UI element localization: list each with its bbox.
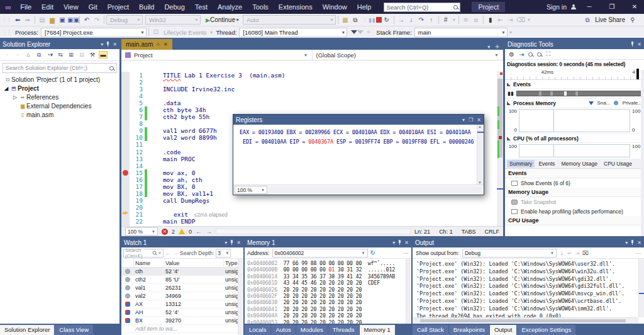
watch-header[interactable]: Watch 1 ▾ ✕ <box>121 237 243 247</box>
preview-selected-items-icon[interactable]: ▬ <box>99 51 108 59</box>
show-next-statement-icon[interactable]: → <box>396 14 406 26</box>
overflow-grip[interactable]: ⋮ <box>360 17 369 23</box>
show-events-link[interactable]: Show Events (6 of 6) <box>505 178 644 188</box>
glyph-margin[interactable] <box>121 218 130 225</box>
output-horizontal-scrollbar[interactable] <box>413 317 638 324</box>
collapse-triangle-icon-3[interactable] <box>507 137 511 140</box>
diag-pin-icon[interactable] <box>631 42 633 47</box>
memory-menu-icon[interactable]: ▾ <box>392 240 395 246</box>
memory-row[interactable]: 0x0040604A 20 20 20 20 20 20 20 20 20 <box>247 312 411 319</box>
close-panel-icon[interactable]: ✕ <box>113 42 117 47</box>
memory-header[interactable]: Memory 1 ▾ ✕ <box>245 237 411 247</box>
tab-breakpoints[interactable]: Breakpoints <box>449 325 489 335</box>
tab-autos[interactable]: Autos <box>271 325 295 335</box>
registers-vertical-scrollbar[interactable] <box>477 125 484 185</box>
address-combo[interactable]: 0x00406002▼ <box>272 249 368 258</box>
tab-solution-explorer[interactable]: Solution Explorer <box>0 325 54 335</box>
error-count[interactable]: 2 <box>172 229 175 235</box>
navigate-forward-icon[interactable]: ➡ <box>23 14 33 26</box>
code-line-4[interactable]: 4 <box>121 93 497 99</box>
prev-bookmark-icon[interactable]: ⇤ <box>496 14 506 26</box>
memory-row[interactable]: 0x00406053 20 20 20 20 20 20 20 20 20 <box>247 319 411 324</box>
wrench-icon[interactable]: ⚒ <box>88 52 97 58</box>
code-line-3[interactable]: 3 INCLUDE Irvine32.inc <box>121 86 497 93</box>
error-count-icon[interactable]: ✕ <box>162 229 168 235</box>
forward-icon[interactable]: ◦ <box>13 52 22 58</box>
watch-name[interactable]: cth <box>134 268 164 275</box>
diagnostics-timeline[interactable]: 42ms 4 <box>505 69 644 80</box>
timeline-cursor[interactable] <box>636 69 639 79</box>
show-threads-icon[interactable]: ≋ <box>461 14 471 26</box>
diag-close-icon[interactable]: ✕ <box>637 42 641 47</box>
tab-exception-settings[interactable]: Exception Settings <box>517 325 575 335</box>
glyph-margin[interactable] <box>121 176 130 183</box>
watch-name[interactable]: val1 <box>134 285 164 291</box>
save-icon[interactable]: ▣ <box>57 14 67 26</box>
diag-tab-cpu-usage[interactable]: CPU Usage <box>601 160 635 168</box>
tab-output[interactable]: Output <box>490 325 517 335</box>
memory-close-icon[interactable]: ✕ <box>404 240 409 246</box>
tab-main-asm[interactable]: main.asm ⊹ ✕ <box>121 39 172 50</box>
glyph-margin[interactable] <box>121 141 130 148</box>
output-overflow-icon[interactable]: ⋯ <box>636 250 641 256</box>
wrap-icon[interactable]: ↵ <box>567 250 572 256</box>
memory-row[interactable]: 0x00406002 77 66 99 88 00 00 00 00 00 wf… <box>247 260 411 266</box>
memory-pin-icon[interactable] <box>399 240 401 245</box>
project-dropdown[interactable]: Project ▼ <box>121 50 313 60</box>
toolbar-grip-2[interactable]: ⋮⋮ <box>0 30 13 35</box>
glyph-margin[interactable] <box>121 86 130 93</box>
solution-explorer-search-input[interactable]: Search Solution Explorer (Ctrl+;) <box>3 63 117 73</box>
clear-all-icon[interactable]: ⌧ <box>582 250 589 256</box>
live-share-icon[interactable]: ⧉ <box>582 14 592 26</box>
feedback-icon[interactable]: ⚲ <box>628 14 638 26</box>
open-folder-icon[interactable]: ▆ <box>47 14 57 26</box>
step-into-icon[interactable]: ↓ <box>406 14 416 26</box>
next-bookmark-icon[interactable]: ⇥ <box>506 14 516 26</box>
menu-extensions[interactable]: Extensions <box>274 0 318 14</box>
browse-search-icon[interactable]: ▦ <box>340 14 350 26</box>
watch-value[interactable]: 52 '4' <box>164 268 224 275</box>
show-all-files-icon[interactable]: ⊟ <box>77 52 86 58</box>
code-line-5[interactable]: 5 .data <box>121 99 497 106</box>
warning-count-icon[interactable] <box>179 229 185 234</box>
live-share-label[interactable]: Live Share <box>595 16 625 23</box>
glyph-margin[interactable] <box>121 79 130 86</box>
collapsed-expander-icon[interactable]: ▷ <box>11 94 19 100</box>
watch-value[interactable]: 26231 <box>164 285 224 291</box>
menu-tools[interactable]: Tools <box>247 0 274 14</box>
cpu-section-header[interactable]: CPU (% of all processors) <box>505 134 644 143</box>
preview-icon[interactable]: ⧉ <box>350 14 360 26</box>
break-all-icon[interactable]: ▮▮ <box>369 17 376 23</box>
glyph-margin[interactable] <box>121 169 130 176</box>
watch-forward-icon[interactable]: → <box>173 250 179 256</box>
process-memory-section-header[interactable]: Process Memory Sna... Private... <box>505 99 644 108</box>
sign-in-link[interactable]: Sign in <box>547 3 567 11</box>
menu-edit[interactable]: Edit <box>36 0 58 14</box>
watch-row-val1[interactable]: val126231unsig... <box>121 284 243 292</box>
suspend-threads-icon[interactable]: ≈ <box>364 26 374 38</box>
memory-row[interactable]: 0x00406026 20 20 20 20 20 20 20 20 20 <box>247 287 411 293</box>
editor-vertical-scrollbar[interactable] <box>497 71 503 226</box>
thread-combo[interactable]: [16080] Main Thread▼ <box>239 28 347 37</box>
watch-value[interactable]: 39270 <box>164 317 224 324</box>
glyph-margin[interactable] <box>121 72 130 79</box>
code-line-20[interactable]: 20 <box>121 204 497 211</box>
zoom-in-icon[interactable] <box>528 52 533 57</box>
solution-explorer-header[interactable]: Solution Explorer ▾ ✕ <box>0 39 119 49</box>
glyph-margin[interactable] <box>121 204 130 211</box>
watch-row-cth[interactable]: cth52 '4'unsig... <box>121 268 243 276</box>
window-position-icon[interactable]: ▾ <box>101 42 103 47</box>
watch-row-ax[interactable]: AX13312unsig... <box>121 300 243 309</box>
split-window-icon[interactable]: ✛ <box>495 44 499 50</box>
tree-item-project[interactable]: ◢ ⬒ Project <box>0 84 119 93</box>
maximize-button[interactable]: ❐ <box>602 0 621 14</box>
registers-close-icon[interactable]: ✕ <box>477 117 481 123</box>
tree-item-references[interactable]: ▷ ▪▪ References <box>0 93 119 101</box>
glyph-margin[interactable] <box>121 99 130 106</box>
memory-row[interactable]: 0x0040600B 00 00 00 00 00 01 30 31 32 ..… <box>247 266 411 273</box>
account-icon[interactable] <box>570 4 576 10</box>
output-pin-icon[interactable] <box>631 240 633 245</box>
output-vertical-scrollbar[interactable] <box>638 259 644 317</box>
editor-zoom-combo[interactable]: 100 %▼ <box>125 227 158 236</box>
tab-modules[interactable]: Modules <box>296 325 328 335</box>
